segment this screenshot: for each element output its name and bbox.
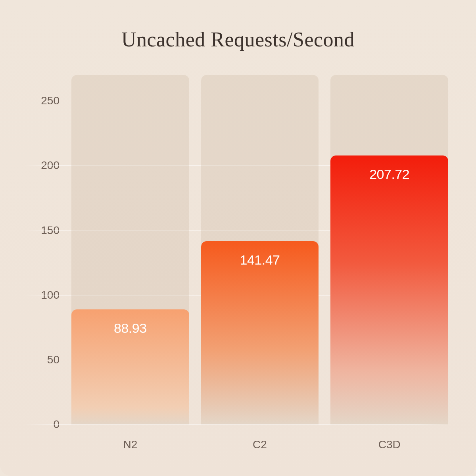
chart-body: 050100150200250 88.93141.47207.72 N2C2C3…: [24, 75, 452, 460]
bar: 207.72: [330, 155, 448, 424]
x-tick: N2: [71, 424, 189, 460]
x-tick-row: N2C2C3D: [67, 424, 452, 460]
bar-slot: 207.72: [330, 75, 448, 424]
bar: 88.93: [71, 309, 189, 424]
chart-title: Uncached Requests/Second: [24, 28, 452, 51]
bar-value-label: 88.93: [114, 321, 147, 424]
bar-value-label: 141.47: [240, 252, 280, 424]
plot-area: 88.93141.47207.72: [67, 75, 452, 424]
x-tick: C2: [201, 424, 319, 460]
chart-card: Uncached Requests/Second 050100150200250…: [0, 0, 476, 476]
gridline: [24, 424, 452, 425]
bars-container: 88.93141.47207.72: [67, 75, 452, 424]
bar-slot: 88.93: [71, 75, 189, 424]
x-axis: N2C2C3D: [24, 424, 452, 460]
bar: 141.47: [201, 241, 319, 424]
bar-value-label: 207.72: [369, 167, 409, 424]
plot: 050100150200250 88.93141.47207.72: [24, 75, 452, 424]
x-tick: C3D: [330, 424, 448, 460]
bar-slot: 141.47: [201, 75, 319, 424]
y-axis: 050100150200250: [24, 75, 67, 424]
